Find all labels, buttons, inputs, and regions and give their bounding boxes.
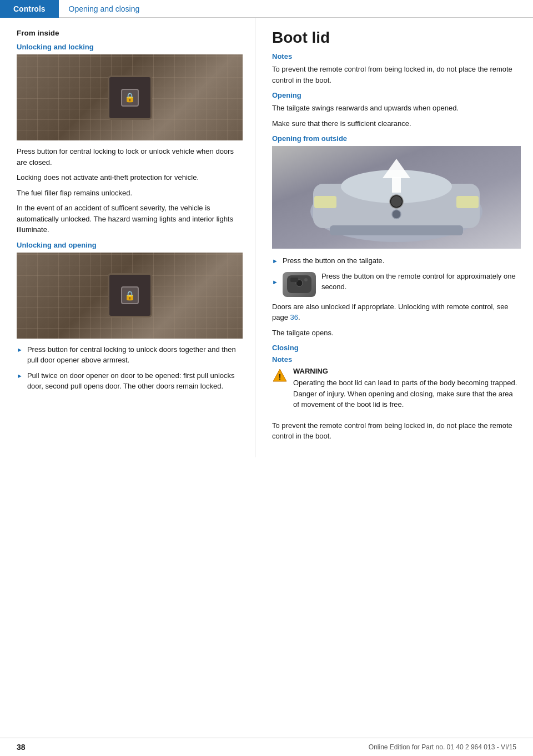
page-footer: 38 Online Edition for Part no. 01 40 2 9… [0,738,533,756]
from-inside-title: From inside [17,29,243,37]
bullet-arrow-4: ► [272,272,278,287]
bullet-press-remote: ► Press the button on the remote control… [272,271,521,297]
tailgate-opens-text: The tailgate opens. [272,327,521,339]
svg-rect-7 [392,177,401,193]
closing-title: Closing [272,344,521,352]
bullet-item-2: ► Pull twice on door opener on door to b… [17,370,243,392]
fuel-filler-text: The fuel filler flap remains unlocked. [17,188,243,199]
bullet-arrow-3: ► [272,256,278,266]
warning-triangle-icon: ! [272,368,288,384]
accident-text: In the event of an accident of sufficent… [17,203,243,235]
page-ref-suffix: . [298,313,300,321]
bullet-text-2: Pull twice on door opener on door to be … [27,370,243,392]
svg-rect-4 [456,196,479,208]
bullet-tailgate-text: Press the button on the tailgate. [283,255,385,266]
interior-image-2: 🔒 [17,253,243,339]
panel-center-2: 🔒 [108,273,152,317]
edition-text: Online Edition for Part no. 01 40 2 964 … [369,743,516,751]
interior-image-1: 🔒 [17,54,243,140]
bullet-text-1: Press button for central locking to unlo… [27,344,243,366]
opening-from-outside-title: Opening from outside [272,134,521,143]
opening-title: Opening [272,91,521,99]
press-button-text: Press button for central locking to lock… [17,146,243,168]
warning-content: WARNING Operating the boot lid can lead … [293,367,521,415]
bullet-arrow-1: ► [17,345,23,355]
bullet-press-tailgate: ► Press the button on the tailgate. [272,255,521,266]
bullet-arrow-2: ► [17,371,23,381]
notes-text: To prevent the remote control from being… [272,64,521,85]
page-ref-link[interactable]: 36 [290,313,298,321]
warning-text: Operating the boot lid can lead to parts… [293,377,521,410]
svg-text:!: ! [279,372,281,381]
right-column: Boot lid Notes To prevent the remote con… [255,18,533,457]
closing-notes-title: Notes [272,355,521,364]
notes-title: Notes [272,52,521,61]
boot-lid-title: Boot lid [272,29,521,47]
remote-svg [286,274,313,294]
warning-box: ! WARNING Operating the boot lid can lea… [272,367,521,415]
opening-text1: The tailgate swings rearwards and upward… [272,103,521,114]
closing-note-text: To prevent the remote control from being… [272,420,521,442]
page-header: Controls Opening and closing [0,0,533,18]
lock-button-icon: 🔒 [121,89,139,107]
panel-center: 🔒 [108,75,152,120]
lock-button-icon-2: 🔒 [121,286,139,304]
bullet-remote-text: Press the button on the remote control f… [321,272,516,291]
svg-point-10 [391,196,402,207]
main-content: From inside Unlocking and locking 🔒 Pres… [0,18,533,457]
svg-rect-5 [330,225,463,235]
page-number: 38 [17,743,26,752]
opening-text2: Make sure that there is sufficient clear… [272,118,521,129]
locking-text: Locking does not activate anti-theft pro… [17,172,243,183]
unlocking-locking-title: Unlocking and locking [17,43,243,51]
svg-rect-3 [314,196,336,208]
svg-point-8 [392,210,401,219]
section-label: Opening and closing [69,4,140,13]
left-column: From inside Unlocking and locking 🔒 Pres… [0,18,255,457]
svg-point-14 [304,278,308,281]
bullet-item-1: ► Press button for central locking to un… [17,344,243,366]
header-section-tab: Opening and closing [59,0,533,18]
svg-rect-13 [290,278,298,282]
remote-control-icon [283,272,316,297]
unlocking-opening-title: Unlocking and opening [17,241,243,249]
doors-unlocked-text: Doors are also unlocked if appropriate. … [272,301,521,323]
doors-unlocked-span: Doors are also unlocked if appropriate. … [272,303,509,322]
car-rear-image [272,146,521,249]
warning-label: WARNING [293,367,521,375]
remote-bullet-content: Press the button on the remote control f… [283,271,521,297]
remote-bullet-text-block: Press the button on the remote control f… [321,271,521,293]
car-rear-svg [291,150,502,245]
controls-label: Controls [13,4,46,13]
header-controls-tab: Controls [0,0,59,18]
svg-marker-6 [383,159,410,178]
